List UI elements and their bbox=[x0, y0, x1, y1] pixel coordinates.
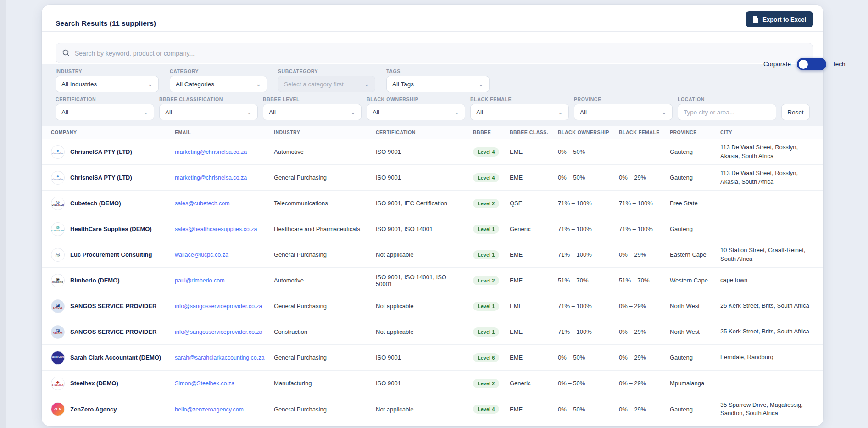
table-row[interactable]: ZENZenZero Agencyhello@zenzeroagency.com… bbox=[42, 396, 823, 422]
cell-company: ◉RIMBERIORimberio (DEMO) bbox=[42, 274, 166, 287]
logo-caption: CUBETECH bbox=[52, 204, 64, 207]
cell-certification: ISO 9001 bbox=[367, 148, 464, 155]
black-ownership-select[interactable]: All ⌄ bbox=[367, 104, 465, 120]
chevron-down-icon: ⌄ bbox=[256, 81, 261, 87]
email-link[interactable]: sales@cubetech.com bbox=[175, 200, 230, 207]
company-name: SANGOS SERVICE PROVIDER bbox=[70, 303, 156, 310]
black-female-filter-label: Black Female bbox=[470, 96, 569, 102]
company-name: Rimberio (DEMO) bbox=[70, 277, 120, 284]
company-name: SANGOS SERVICE PROVIDER bbox=[70, 328, 156, 335]
cell-black-ownership: 71% – 100% bbox=[549, 328, 610, 335]
cell-certification: ISO 9001, ISO 14001, ISO 50001 bbox=[367, 274, 464, 287]
tags-select-value: All Tags bbox=[392, 81, 414, 88]
chevron-down-icon: ⌄ bbox=[454, 109, 459, 115]
logo-caption: STEELHEX bbox=[52, 384, 63, 387]
cell-company: ◆STEELHEXSteelhex (DEMO) bbox=[42, 377, 166, 390]
bbbee-classification-select-value: All bbox=[165, 109, 172, 116]
industry-filter-label: Industry bbox=[56, 68, 159, 74]
bbbee-level-badge: Level 2 bbox=[473, 199, 499, 208]
email-link[interactable]: info@sangosserviceprovider.co.za bbox=[175, 329, 262, 335]
cell-bbbee-class: EME bbox=[501, 251, 549, 258]
province-select[interactable]: All ⌄ bbox=[574, 104, 673, 120]
company-name: ChrisnelSA PTY (LTD) bbox=[70, 174, 132, 181]
cell-city: 35 Sparrow Drive, Magaliessig, Sandton, … bbox=[711, 401, 823, 417]
email-link[interactable]: paul@rimberio.com bbox=[175, 277, 225, 284]
certification-select[interactable]: All ⌄ bbox=[56, 104, 154, 120]
table-row[interactable]: ●chrisnelsaChrisnelSA PTY (LTD)marketing… bbox=[42, 139, 823, 165]
cell-province: Gauteng bbox=[661, 406, 711, 413]
cell-industry: Telecommunications bbox=[265, 200, 367, 207]
cell-email: info@sangosserviceprovider.co.za bbox=[166, 303, 265, 310]
cell-black-female: 71% – 100% bbox=[610, 225, 661, 232]
cell-company: ◪SANGOSSANGOS SERVICE PROVIDER bbox=[42, 299, 166, 313]
cell-city: 113 De Waal Street, Rosslyn, Akasia, Sou… bbox=[711, 143, 823, 160]
company-logo-avatar: ◉RIMBERIO bbox=[51, 274, 65, 287]
company-logo-avatar: ◪SANGOS bbox=[51, 299, 65, 313]
filter-panel: Industry All Industries ⌄ Category All C… bbox=[42, 64, 823, 126]
mode-toggle-right-label: Tech bbox=[832, 61, 846, 68]
bbbee-level-select[interactable]: All ⌄ bbox=[263, 104, 362, 120]
bbbee-level-filter-label: BBBEE Level bbox=[263, 96, 362, 102]
category-select[interactable]: All Categories ⌄ bbox=[170, 76, 267, 92]
cell-company: ◎CUBETECHCubetech (DEMO) bbox=[42, 197, 166, 210]
cell-industry: Healthcare and Pharmaceuticals bbox=[265, 225, 367, 232]
export-to-excel-button[interactable]: Export to Excel bbox=[746, 11, 813, 27]
cell-industry: Construction bbox=[265, 328, 367, 335]
cell-email: info@sangosserviceprovider.co.za bbox=[166, 328, 265, 335]
reset-filters-button[interactable]: Reset bbox=[781, 104, 810, 120]
email-link[interactable]: marketing@chrisnelsa.co.za bbox=[175, 149, 247, 155]
table-row[interactable]: ▭LUCLuc Procurement Consultingwallace@lu… bbox=[42, 242, 823, 268]
email-link[interactable]: Simon@Steelhex.co.za bbox=[175, 380, 234, 387]
cell-certification: Not applicable bbox=[367, 251, 464, 258]
cell-industry: General Purchasing bbox=[265, 354, 367, 361]
cell-province: Gauteng bbox=[661, 148, 711, 155]
cell-certification: ISO 9001 bbox=[367, 354, 464, 361]
cell-bbbee-class: EME bbox=[501, 277, 549, 284]
search-bar bbox=[56, 43, 813, 63]
bbbee-level-badge: Level 6 bbox=[473, 353, 499, 362]
bbbee-level-badge: Level 4 bbox=[473, 405, 499, 414]
black-ownership-select-value: All bbox=[373, 109, 379, 116]
cell-email: paul@rimberio.com bbox=[166, 277, 265, 284]
table-row[interactable]: ❁HEALTHCAREHealthCare Supplies (DEMO)sal… bbox=[42, 216, 823, 242]
chevron-down-icon: ⌄ bbox=[247, 109, 252, 115]
email-link[interactable]: wallace@lucpc.co.za bbox=[175, 252, 228, 258]
table-row[interactable]: ◆STEELHEXSteelhex (DEMO)Simon@Steelhex.c… bbox=[42, 371, 823, 396]
cell-certification: ISO 9001, ISO 14001 bbox=[367, 225, 464, 232]
email-link[interactable]: info@sangosserviceprovider.co.za bbox=[175, 303, 262, 310]
location-input[interactable] bbox=[678, 104, 776, 120]
black-female-select[interactable]: All ⌄ bbox=[470, 104, 569, 120]
cell-industry: General Purchasing bbox=[265, 174, 367, 181]
location-filter-label: Location bbox=[678, 96, 776, 102]
table-row[interactable]: ◎CUBETECHCubetech (DEMO)sales@cubetech.c… bbox=[42, 191, 823, 216]
email-link[interactable]: sales@healthcaresupplies.co.za bbox=[175, 226, 257, 232]
table-row[interactable]: ◪SANGOSSANGOS SERVICE PROVIDERinfo@sango… bbox=[42, 293, 823, 319]
page-title: Search Results (11 suppliers) bbox=[56, 19, 156, 28]
cell-bbbee: Level 2 bbox=[464, 379, 501, 388]
cell-black-ownership: 0% – 50% bbox=[549, 380, 610, 387]
table-row[interactable]: ◪SANGOSSANGOS SERVICE PROVIDERinfo@sango… bbox=[42, 319, 823, 345]
company-name: Luc Procurement Consulting bbox=[70, 251, 152, 258]
email-link[interactable]: hello@zenzeroagency.com bbox=[175, 406, 244, 413]
logo-caption: chrisnelsa bbox=[52, 179, 63, 181]
table-row[interactable]: ◉RIMBERIORimberio (DEMO)paul@rimberio.co… bbox=[42, 268, 823, 293]
cell-black-female: 0% – 29% bbox=[610, 303, 661, 310]
mode-toggle-switch[interactable] bbox=[797, 58, 826, 70]
tags-select[interactable]: All Tags ⌄ bbox=[386, 76, 490, 92]
cell-black-ownership: 0% – 50% bbox=[549, 354, 610, 361]
table-row[interactable]: ●chrisnelsaChrisnelSA PTY (LTD)marketing… bbox=[42, 165, 823, 191]
cell-email: marketing@chrisnelsa.co.za bbox=[166, 174, 265, 181]
page-left-strip bbox=[0, 0, 6, 428]
search-input[interactable] bbox=[75, 50, 807, 57]
email-link[interactable]: sarah@sarahclarkaccounting.co.za bbox=[175, 355, 264, 361]
industry-select[interactable]: All Industries ⌄ bbox=[56, 76, 159, 92]
subcategory-select: Select a category first ⌄ bbox=[278, 76, 375, 92]
table-row[interactable]: Sarah ClarkSarah Clark Accountant (DEMO)… bbox=[42, 345, 823, 371]
bbbee-classification-select[interactable]: All ⌄ bbox=[159, 104, 258, 120]
cell-bbbee-class: EME bbox=[501, 303, 549, 310]
subcategory-filter-label: Subcategory bbox=[278, 68, 375, 74]
logo-caption: ZEN bbox=[54, 407, 62, 411]
cell-black-ownership: 51% – 70% bbox=[549, 277, 610, 284]
cell-black-female: 0% – 29% bbox=[610, 174, 661, 181]
email-link[interactable]: marketing@chrisnelsa.co.za bbox=[175, 175, 247, 181]
